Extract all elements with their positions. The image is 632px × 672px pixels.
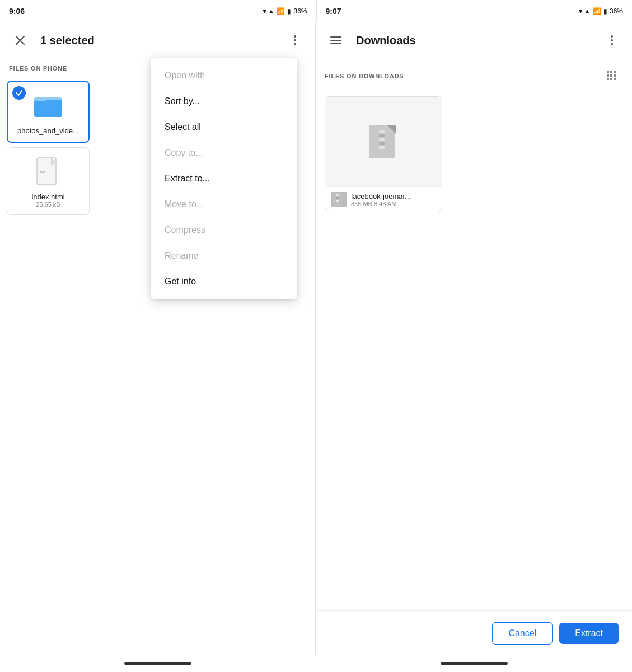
hamburger-button[interactable] [325,29,347,52]
svg-rect-15 [610,71,612,73]
left-status-icons: ▼▲ 📶 ▮ 36% [261,7,307,15]
status-bar: 9:06 ▼▲ 📶 ▮ 36% 9:07 ▼▲ 📶 ▮ 36% [0,0,632,22]
battery-icon: ▮ [287,7,291,15]
file-size: 855 MB [351,200,372,207]
right-overflow-button[interactable] [601,29,623,52]
svg-rect-23 [369,125,395,158]
main-container: 1 selected FILES ON PHONE photos_and_vid… [0,22,632,672]
menu-copy-to[interactable]: Copy to... [151,140,297,166]
right-nav-indicator [316,655,632,672]
signal-icon: 📶 [277,7,285,15]
menu-move-to[interactable]: Move to... [151,192,297,217]
zip-file-icon-large [368,124,399,160]
downloads-section-header: FILES ON DOWNLOADS [316,58,632,92]
check-icon [12,86,26,100]
grid-view-button[interactable] [601,65,623,87]
svg-rect-33 [336,200,339,202]
photos-file-name: photos_and_vide... [15,127,82,135]
svg-point-12 [611,39,613,41]
right-status-bar: 9:07 ▼▲ 📶 ▮ 36% [316,0,633,22]
svg-rect-27 [379,138,385,141]
left-nav-indicator [0,655,316,672]
left-app-bar: 1 selected [0,22,315,58]
svg-rect-31 [336,194,339,196]
svg-point-11 [611,35,613,38]
svg-rect-19 [614,74,616,77]
menu-select-all[interactable]: Select all [151,114,297,140]
right-status-icons: ▼▲ 📶 ▮ 36% [577,7,623,15]
download-file-card[interactable]: facebook-joemar... 855 MB 8:48 AM [325,96,442,212]
overflow-menu-button[interactable] [284,29,306,52]
svg-rect-7 [34,97,46,101]
left-panel: 1 selected FILES ON PHONE photos_and_vid… [0,22,316,672]
bottom-action-bar: Cancel Extract [316,610,632,655]
svg-point-13 [611,43,613,45]
wifi-icon: ▼▲ [261,7,275,15]
file-info-row: facebook-joemar... 855 MB 8:48 AM [325,186,442,212]
nav-bar-left [124,662,191,665]
svg-rect-26 [379,134,385,137]
menu-rename[interactable]: Rename [151,243,297,269]
files-on-downloads-label: FILES ON DOWNLOADS [325,73,404,80]
svg-rect-32 [336,197,339,199]
right-spacer [316,217,632,610]
svg-rect-29 [379,146,385,149]
menu-get-info[interactable]: Get info [151,269,297,295]
html-file-icon: <> [31,155,65,188]
svg-point-3 [294,39,296,41]
menu-open-with[interactable]: Open with [151,63,297,88]
wifi-icon-right: ▼▲ [577,7,591,15]
right-battery-text: 36% [610,7,623,15]
right-panel: Downloads FILES ON DOWNLOADS [316,22,632,672]
left-battery-text: 36% [293,7,307,15]
svg-rect-25 [379,130,385,133]
html-file-name: index.html [15,193,82,201]
file-preview [325,97,442,186]
menu-sort-by[interactable]: Sort by... [151,88,297,114]
svg-text:<>: <> [40,170,45,175]
downloads-title: Downloads [356,34,416,47]
hamburger-icon [330,36,341,44]
battery-icon-right: ▮ [603,7,607,15]
file-item-html[interactable]: <> index.html 25.65 kB [7,147,90,215]
svg-rect-17 [607,74,609,77]
close-button[interactable] [9,29,31,52]
downloads-app-bar: Downloads [316,22,632,58]
file-item-photos[interactable]: photos_and_vide... [7,81,90,143]
svg-point-4 [294,43,296,45]
cancel-button[interactable]: Cancel [492,622,553,645]
nav-bar-right [441,662,508,665]
download-file-meta: 855 MB 8:48 AM [351,200,436,207]
file-time: 8:48 AM [374,200,396,207]
download-file-name: facebook-joemar... [351,192,436,200]
svg-rect-14 [607,71,609,73]
svg-rect-22 [614,78,616,80]
file-details: facebook-joemar... 855 MB 8:48 AM [351,192,436,207]
svg-rect-21 [610,78,612,80]
left-time: 9:06 [9,7,25,16]
svg-rect-28 [379,142,385,145]
zip-icon-small [331,192,347,207]
menu-compress[interactable]: Compress [151,217,297,243]
svg-rect-18 [610,74,612,77]
extract-button[interactable]: Extract [559,623,619,644]
selection-title: 1 selected [40,34,95,47]
signal-icon-right: 📶 [593,7,601,15]
svg-rect-16 [614,71,616,73]
photos-folder-icon [31,88,65,122]
html-file-size: 25.65 kB [36,201,60,208]
context-menu: Open with Sort by... Select all Copy to.… [151,58,297,299]
svg-rect-20 [607,78,609,80]
menu-extract-to[interactable]: Extract to... [151,166,297,192]
right-time: 9:07 [326,7,341,16]
svg-rect-6 [34,100,62,117]
left-status-bar: 9:06 ▼▲ 📶 ▮ 36% [0,0,316,22]
svg-point-2 [294,35,296,38]
